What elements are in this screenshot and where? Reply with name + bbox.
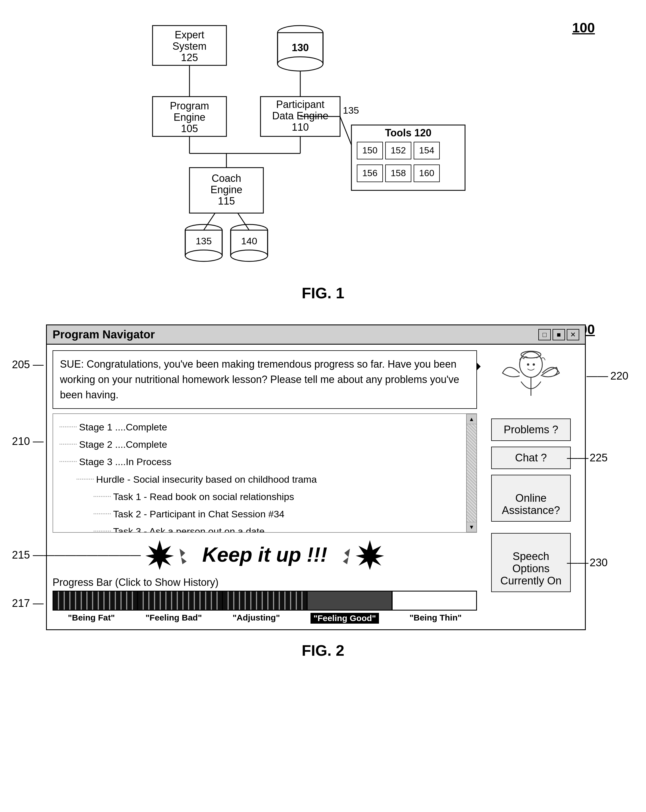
progress-bar[interactable] (53, 591, 477, 611)
svg-marker-61 (145, 540, 174, 570)
task-list-container: ·········· Stage 1 ....Complete ········… (53, 414, 477, 533)
svg-text:System: System (173, 40, 206, 52)
progress-label-5: "Being Thin" (410, 613, 462, 624)
svg-text:Engine: Engine (211, 184, 242, 195)
progress-section: Progress Bar (Click to Show History) (53, 577, 477, 624)
progress-segment-5 (392, 592, 476, 610)
svg-text:158: 158 (391, 168, 406, 178)
svg-text:Program: Program (170, 100, 209, 111)
close-button[interactable]: ✕ (567, 329, 579, 340)
scroll-down[interactable]: ▼ (466, 522, 477, 532)
fig2-section: 200 205 — 210 — 215 —————————— 217 — Pro… (34, 324, 612, 659)
keepitup-banner: Keep it up !!! (53, 537, 477, 572)
maximize-button[interactable]: ■ (553, 329, 565, 340)
svg-point-46 (231, 250, 267, 261)
svg-text:105: 105 (181, 123, 198, 134)
list-item: ·········· Stage 3 ....In Process (59, 453, 461, 470)
keepitup-text: Keep it up !!! (202, 543, 327, 566)
svg-text:150: 150 (362, 145, 377, 156)
progress-label-1: "Being Fat" (68, 613, 115, 624)
svg-text:135: 135 (343, 105, 359, 116)
left-panel: SUE: Congratulations, you've been making… (53, 350, 477, 624)
right-panel: —— 220 Problems ? Chat ? —— (483, 350, 579, 624)
progress-bar-label[interactable]: Progress Bar (Click to Show History) (53, 577, 477, 588)
window-body: SUE: Congratulations, you've been making… (47, 345, 585, 629)
speech-bubble: SUE: Congratulations, you've been making… (53, 350, 477, 409)
svg-text:Data Engine: Data Engine (272, 110, 328, 122)
angel-mascot (491, 350, 571, 413)
fig1-section: 100 Expert System 125 130 Program Engine… (34, 17, 612, 302)
svg-text:154: 154 (419, 145, 434, 156)
svg-marker-63 (180, 549, 186, 564)
svg-text:Coach: Coach (212, 172, 241, 184)
online-assistance-button[interactable]: Online Assistance? (491, 475, 571, 522)
minimize-button[interactable]: □ (538, 329, 551, 340)
chat-button[interactable]: Chat ? (491, 447, 571, 469)
svg-text:140: 140 (241, 235, 257, 246)
list-item: ·········· Task 3 - Ask a person out on … (93, 523, 461, 532)
ref-217: 217 — (12, 597, 43, 609)
chat-button-area: Chat ? —— 225 (491, 447, 571, 469)
progress-labels-row: "Being Fat" "Feeling Bad" "Adjusting" "F… (53, 613, 477, 624)
progress-segment-3 (223, 592, 307, 610)
svg-text:115: 115 (218, 195, 235, 207)
scroll-up[interactable]: ▲ (466, 414, 477, 424)
list-item: ·········· Task 1 - Read book on social … (93, 488, 461, 505)
svg-text:110: 110 (292, 121, 309, 133)
svg-text:135: 135 (196, 235, 212, 246)
fig2-caption: FIG. 2 (34, 641, 612, 659)
svg-text:130: 130 (292, 42, 309, 53)
list-item: ·········· Task 2 - Participant in Chat … (93, 505, 461, 523)
ref-225: —— 225 (567, 452, 608, 464)
list-item: ·········· Stage 2 ....Complete (59, 436, 461, 453)
progress-segment-4 (308, 592, 391, 610)
window-controls[interactable]: □ ■ ✕ (538, 329, 579, 340)
svg-text:Tools 120: Tools 120 (385, 127, 431, 139)
svg-point-69 (533, 363, 535, 366)
fig1-caption: FIG. 1 (34, 284, 612, 302)
ref-230: —— 230 (567, 557, 608, 569)
list-item: ·········· Hurdle - Social insecurity ba… (76, 471, 461, 488)
fig1-diagram: Expert System 125 130 Program Engine 105… (96, 17, 550, 273)
svg-text:Participant: Participant (276, 99, 324, 110)
svg-text:152: 152 (391, 145, 406, 156)
svg-text:125: 125 (181, 52, 198, 63)
svg-point-68 (527, 363, 529, 366)
program-navigator-window: Program Navigator □ ■ ✕ SUE: Congratulat… (46, 324, 586, 630)
scrollbar[interactable]: ▲ ▼ (466, 414, 476, 532)
progress-label-3: "Adjusting" (233, 613, 280, 624)
ref-205: 205 — (12, 359, 43, 371)
ref-220: —— 220 (586, 370, 628, 382)
svg-text:Engine: Engine (174, 111, 205, 123)
angel-svg (491, 350, 571, 413)
svg-point-65 (519, 352, 542, 377)
window-title: Program Navigator (53, 328, 155, 341)
problems-button[interactable]: Problems ? (491, 418, 571, 441)
titlebar: Program Navigator □ ■ ✕ (47, 325, 585, 345)
svg-text:Expert: Expert (175, 29, 204, 41)
svg-point-40 (185, 250, 222, 261)
progress-segment-2 (138, 592, 221, 610)
svg-text:156: 156 (362, 168, 377, 178)
speech-options-button[interactable]: Speech Options Currently On (491, 533, 571, 592)
svg-text:160: 160 (419, 168, 434, 178)
svg-marker-62 (356, 540, 384, 570)
scroll-track (467, 424, 476, 522)
speech-text: SUE: Congratulations, you've been making… (60, 358, 460, 401)
svg-point-8 (278, 57, 323, 71)
progress-segment-1 (53, 592, 137, 610)
svg-marker-64 (343, 549, 350, 564)
speech-options-area: Speech Options Currently On —— 230 (491, 533, 571, 592)
progress-label-2: "Feeling Bad" (145, 613, 202, 624)
progress-label-4: "Feeling Good" (310, 613, 379, 624)
ref-210: 210 — (12, 435, 43, 447)
task-list: ·········· Stage 1 ....Complete ········… (53, 414, 466, 532)
fig1-reference-number: 100 (572, 20, 595, 35)
list-item: ·········· Stage 1 ....Complete (59, 418, 461, 436)
svg-line-57 (340, 116, 351, 145)
